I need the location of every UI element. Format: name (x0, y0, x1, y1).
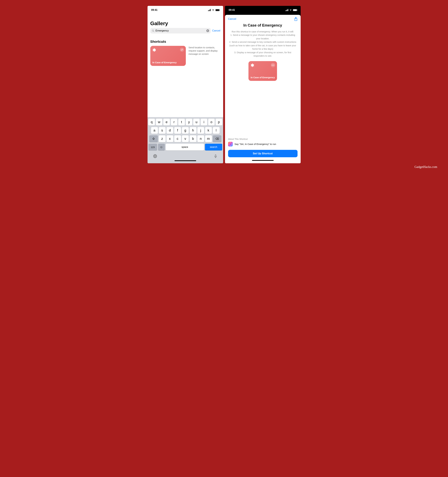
keyboard[interactable]: qwertyuiop asdfghjkl zxcvbnm 123 ☺ space… (148, 117, 223, 163)
key-n[interactable]: n (197, 135, 204, 142)
svg-rect-11 (215, 155, 216, 156)
key-y[interactable]: y (186, 119, 192, 125)
key-b[interactable]: b (190, 135, 197, 142)
key-l[interactable]: l (213, 127, 220, 134)
key-w[interactable]: w (156, 119, 162, 125)
emoji-key[interactable]: ☺ (158, 144, 165, 150)
shortcut-tile[interactable]: ✱ In Case of Emergency (150, 46, 186, 66)
status-time: 09:41 (151, 9, 158, 12)
key-t[interactable]: t (178, 119, 185, 125)
key-p[interactable]: p (215, 119, 222, 125)
shift-key[interactable] (149, 135, 158, 142)
clear-search-button[interactable] (206, 29, 209, 32)
cancel-search-button[interactable]: Cancel (212, 29, 220, 32)
home-indicator[interactable] (252, 160, 274, 161)
section-header: Shortcuts (150, 40, 220, 44)
checkmark-icon (180, 48, 184, 52)
search-field[interactable] (155, 29, 205, 32)
status-time: 09:41 (229, 9, 235, 12)
key-u[interactable]: u (193, 119, 200, 125)
shortcut-title: In Case of Emergency (228, 23, 298, 27)
key-c[interactable]: c (174, 135, 181, 142)
key-a[interactable]: a (151, 127, 158, 134)
search-key[interactable]: search (205, 144, 222, 150)
siri-icon (228, 142, 233, 146)
shortcut-tile[interactable]: ✱ ••• In Case of Emergency (248, 61, 277, 81)
globe-icon[interactable] (153, 154, 157, 158)
key-f[interactable]: f (174, 127, 181, 134)
setup-shortcut-button[interactable]: Set Up Shortcut (228, 150, 298, 157)
key-i[interactable]: i (201, 119, 207, 125)
cellular-icon (208, 9, 211, 11)
key-o[interactable]: o (208, 119, 215, 125)
more-icon[interactable]: ••• (271, 63, 275, 67)
wifi-icon (289, 9, 292, 11)
battery-icon (293, 9, 297, 11)
phone-gallery: 09:41 Gallery Cancel Shortcuts ✱ (148, 6, 223, 163)
page-title: Gallery (150, 20, 220, 26)
backspace-key[interactable] (213, 135, 221, 142)
key-d[interactable]: d (167, 127, 173, 134)
status-bar: 09:41 (148, 6, 223, 13)
about-header: About This Shortcut (228, 138, 298, 140)
key-g[interactable]: g (182, 127, 189, 134)
search-input[interactable] (150, 28, 211, 34)
watermark: GadgetHacks.com (6, 163, 442, 169)
key-x[interactable]: x (167, 135, 173, 142)
shortcut-description: Send location to contacts, request suppo… (189, 46, 220, 56)
key-s[interactable]: s (159, 127, 166, 134)
home-indicator[interactable] (174, 160, 196, 161)
key-e[interactable]: e (163, 119, 170, 125)
shortcut-description: Run this shortcut in case of emergency. … (228, 30, 298, 58)
key-m[interactable]: m (205, 135, 212, 142)
share-icon[interactable] (294, 17, 298, 21)
siri-hint: Say “Siri, In Case of Emergency” to run (228, 142, 298, 146)
key-r[interactable]: r (171, 119, 177, 125)
battery-icon (215, 9, 220, 11)
key-h[interactable]: h (190, 127, 197, 134)
key-q[interactable]: q (148, 119, 155, 125)
cancel-button[interactable]: Cancel (228, 18, 236, 21)
tile-label: In Case of Emergency (251, 76, 275, 79)
wifi-icon (212, 9, 215, 11)
number-key[interactable]: 123 (149, 144, 157, 150)
mic-icon[interactable] (214, 154, 218, 158)
space-key[interactable]: space (166, 144, 204, 150)
asterisk-icon: ✱ (152, 48, 184, 52)
svg-line-1 (154, 31, 154, 32)
phone-detail: 09:41 Cancel In Case of Emergency Run th… (225, 6, 301, 163)
key-j[interactable]: j (197, 127, 204, 134)
cellular-icon (286, 9, 288, 11)
key-k[interactable]: k (205, 127, 212, 134)
key-z[interactable]: z (159, 135, 166, 142)
key-v[interactable]: v (182, 135, 189, 142)
search-icon (152, 30, 154, 32)
tile-label: In Case of Emergency (152, 61, 184, 64)
svg-point-0 (152, 30, 154, 31)
